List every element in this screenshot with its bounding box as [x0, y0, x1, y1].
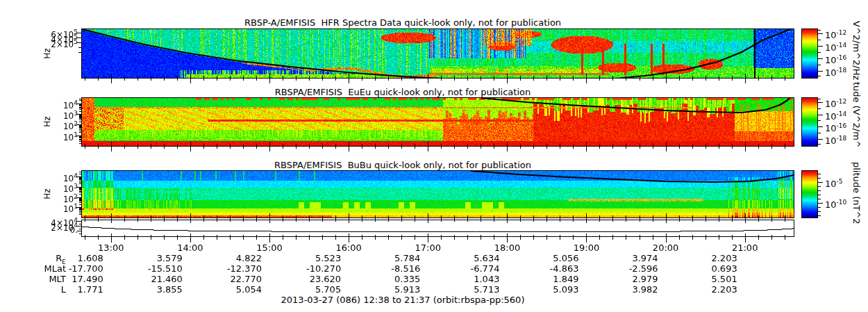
- ephemeris-value: -12.370: [210, 264, 262, 273]
- ephemeris-value: 3.579: [131, 254, 183, 263]
- x-tick-label: 19:00: [566, 243, 608, 252]
- emfisis-quicklook-figure: RBSP-A/EMFISIS HFR Spectra Data quick-lo…: [0, 0, 868, 312]
- ephemeris-value: 5.713: [448, 285, 499, 294]
- ephemeris-value: -6.774: [448, 264, 499, 273]
- colorbar1-tick-label: 10-16: [825, 54, 862, 65]
- panel2-y-tick-label: 102: [25, 120, 78, 131]
- colorbar2-tick-label: 10-16: [825, 122, 862, 133]
- x-tick-label: 20:00: [645, 243, 687, 252]
- panel3-title: RBSPA/EMFISIS BuBu quick-look only, not …: [38, 160, 767, 170]
- colorbar-2: [801, 97, 818, 147]
- ephemeris-value: 1.043: [448, 274, 499, 284]
- panel3-buBu-spectrogram: [81, 170, 794, 218]
- x-tick-label: 15:00: [249, 243, 290, 252]
- panel2-title: RBSPA/EMFISIS EuEu quick-look only, not …: [38, 87, 767, 97]
- colorbar3-canvas: [802, 171, 817, 217]
- ephemeris-value: 2.979: [607, 274, 658, 284]
- colorbar3-unit-label: plitude (nT^2: [851, 162, 862, 224]
- x-tick-label: 18:00: [486, 243, 528, 252]
- panel2-euEu-spectrogram: [81, 97, 794, 147]
- x-tick-label: 16:00: [328, 243, 369, 252]
- aux-line-canvas: [82, 220, 794, 236]
- x-tick-label: 21:00: [724, 243, 766, 252]
- euEu-spectrogram-canvas: [82, 98, 794, 146]
- aux-line-panel: [81, 220, 794, 237]
- ephemeris-row-label: MLat: [21, 264, 66, 273]
- colorbar1-tick-label: 10-14: [825, 41, 862, 52]
- x-tick-label: 17:00: [407, 243, 449, 252]
- ephemeris-value: 4.822: [210, 254, 262, 263]
- ephemeris-value: 5.523: [290, 254, 341, 263]
- ephemeris-value: 5.705: [290, 285, 341, 294]
- colorbar-1: [801, 28, 818, 79]
- ephemeris-value: 5.054: [210, 285, 262, 294]
- ephemeris-value: 2.203: [686, 254, 737, 263]
- panel3-y-tick-label: 101: [25, 202, 78, 214]
- aux-y-tick-label: 0.: [25, 226, 78, 235]
- ephemeris-value: 5.093: [528, 285, 579, 294]
- ephemeris-value: 21.460: [131, 274, 183, 284]
- ephemeris-value: 0.335: [369, 274, 420, 284]
- ephemeris-row-label: MLT: [21, 274, 66, 284]
- panel1-hfr-spectrogram: [81, 28, 794, 79]
- colorbar3-tick-label: 10-5: [825, 177, 862, 188]
- ephemeris-value: 3.855: [131, 285, 183, 294]
- ephemeris-value: -2.596: [607, 264, 658, 273]
- x-tick-label: 14:00: [169, 243, 211, 252]
- ephemeris-value: 5.501: [686, 274, 737, 284]
- ephemeris-value: 2.203: [686, 285, 737, 294]
- ephemeris-value: -4.863: [528, 264, 579, 273]
- panel2-y-tick-label: 101: [25, 131, 78, 142]
- ephemeris-value: 5.784: [369, 254, 420, 263]
- footer-time-range: 2013-03-27 (086) 12:38 to 21:37 (orbit:r…: [38, 295, 767, 304]
- ephemeris-row-label: L: [21, 285, 66, 294]
- x-tick-label: 13:00: [90, 243, 132, 252]
- colorbar-3: [801, 170, 818, 218]
- ephemeris-value: 5.634: [448, 254, 499, 263]
- colorbar2-tick-label: 10-18: [825, 134, 862, 145]
- colorbar1-tick-label: 10-12: [825, 28, 862, 40]
- ephemeris-value: 3.982: [607, 285, 658, 294]
- colorbar2-canvas: [802, 98, 817, 146]
- colorbar1-tick-label: 10-18: [825, 66, 862, 77]
- hfr-spectrogram-canvas: [82, 29, 794, 78]
- ephemeris-value: 5.056: [528, 254, 579, 263]
- colorbar2-tick-label: 10-12: [825, 97, 862, 108]
- colorbar3-tick-label: 10-10: [825, 198, 862, 209]
- ephemeris-value: -8.516: [369, 264, 420, 273]
- ephemeris-value: 5.913: [369, 285, 420, 294]
- panel1-title: RBSP-A/EMFISIS HFR Spectra Data quick-lo…: [38, 17, 767, 28]
- colorbar2-tick-label: 10-14: [825, 110, 862, 121]
- ephemeris-value: 0.693: [686, 264, 737, 273]
- buBu-spectrogram-canvas: [82, 171, 794, 217]
- ephemeris-value: 3.974: [607, 254, 658, 263]
- ephemeris-value: -10.270: [290, 264, 341, 273]
- ephemeris-value: 1.849: [528, 274, 579, 284]
- colorbar1-canvas: [802, 29, 817, 78]
- panel1-y-tick-label: 2×105: [25, 38, 78, 49]
- ephemeris-value: -15.510: [131, 264, 183, 273]
- ephemeris-value: 22.770: [210, 274, 262, 284]
- ephemeris-value: 23.620: [290, 274, 341, 284]
